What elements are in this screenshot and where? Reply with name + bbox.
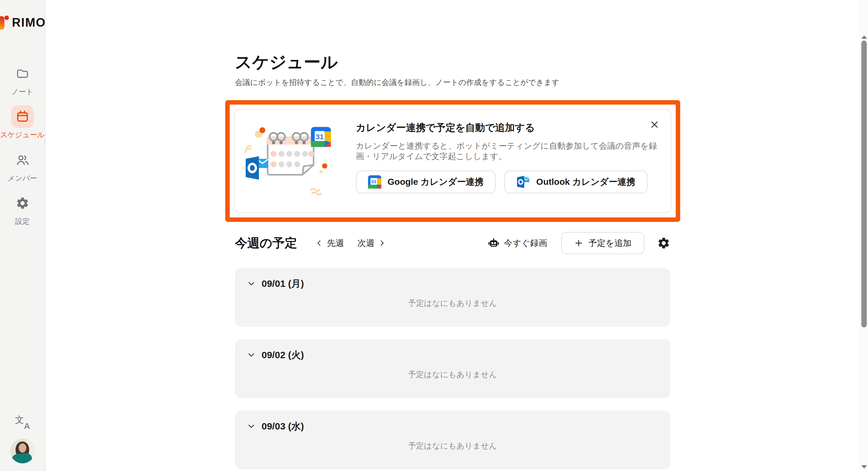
google-connect-label: Google カレンダー連携: [388, 176, 484, 188]
day-date: 09/01 (月): [262, 277, 304, 290]
chevron-down-icon: [247, 350, 256, 360]
add-event-button[interactable]: 予定を追加: [561, 232, 644, 254]
calendar-promo-card: 31: [234, 109, 671, 213]
language-zh-glyph: 文: [15, 414, 24, 426]
avatar[interactable]: [10, 439, 35, 463]
next-week-button[interactable]: 次週: [357, 237, 386, 249]
sidebar-item-label: スケジュール: [0, 131, 45, 139]
app-root: RIMO ノート スケジュール: [0, 0, 868, 471]
add-event-label: 予定を追加: [589, 237, 632, 249]
calendar-icon: [11, 105, 34, 128]
gear-icon: [657, 236, 670, 250]
folder-icon: [11, 62, 34, 85]
google-calendar-icon: 31: [368, 175, 381, 189]
calendar-illustration: 31: [243, 122, 339, 200]
day-header[interactable]: 09/03 (水): [247, 420, 659, 433]
chevron-left-icon: [315, 239, 323, 247]
gear-icon: [11, 192, 34, 214]
logo-dot-shape: [4, 15, 9, 20]
prev-week-button[interactable]: 先週: [315, 237, 344, 249]
outlook-connect-label: Outlook カレンダー連携: [536, 176, 635, 188]
rimo-logo[interactable]: RIMO: [0, 15, 46, 30]
sidebar-item-label: 設定: [15, 217, 30, 225]
sidebar-nav: ノート スケジュール: [0, 62, 45, 226]
content-column: スケジュール 会議にボットを招待することで、自動的に会議を録画し、ノートの作成を…: [235, 0, 670, 469]
day-date: 09/02 (火): [262, 349, 304, 362]
google-calendar-illustration-icon: 31: [311, 127, 331, 147]
schedule-settings-button[interactable]: [657, 236, 670, 250]
promo-close-button[interactable]: [647, 116, 662, 133]
language-icon[interactable]: 文 A: [14, 415, 30, 430]
day-empty-text: 予定はなにもありません: [247, 298, 659, 308]
google-calendar-connect-button[interactable]: 31 Google カレンダー連携: [356, 171, 496, 193]
scroll-down-arrow-icon[interactable]: [861, 465, 867, 468]
avatar-body: [11, 452, 33, 463]
logo-pill-shape: [0, 16, 4, 30]
sidebar-item-label: ノート: [11, 88, 33, 96]
plus-icon: [574, 238, 583, 248]
chevron-right-icon: [377, 239, 386, 247]
day-header[interactable]: 09/01 (月): [247, 277, 659, 290]
record-now-label: 今すぐ録画: [504, 237, 547, 249]
scrollbar[interactable]: [860, 0, 868, 471]
sidebar-bottom: 文 A: [10, 415, 35, 471]
outlook-calendar-connect-button[interactable]: Outlook カレンダー連携: [504, 171, 647, 193]
avatar-face: [19, 443, 26, 452]
promo-buttons: 31 Google カレンダー連携: [356, 171, 658, 193]
promo-text-block: カレンダー連携で予定を自動で追加する カレンダーと連携すると、ボットがミーティン…: [356, 121, 658, 194]
week-heading: 今週の予定: [235, 235, 297, 252]
day-header[interactable]: 09/02 (火): [247, 349, 659, 362]
sidebar-item-schedule[interactable]: スケジュール: [0, 105, 45, 139]
day-card: 09/03 (水) 予定はなにもありません: [235, 410, 670, 469]
page-title: スケジュール: [235, 52, 670, 72]
day-card: 09/02 (火) 予定はなにもありません: [235, 339, 670, 398]
language-a-glyph: A: [24, 421, 30, 431]
robot-icon: [488, 238, 499, 248]
scroll-up-arrow-icon[interactable]: [861, 35, 867, 39]
outlook-illustration-icon: [246, 156, 268, 180]
svg-text:31: 31: [371, 179, 377, 184]
close-icon: [649, 119, 660, 130]
sidebar-item-members[interactable]: メンバー: [0, 149, 45, 182]
promo-title: カレンダー連携で予定を自動で追加する: [356, 121, 658, 134]
calendar-promo-highlight: 31: [225, 100, 680, 222]
sidebar-item-notes[interactable]: ノート: [0, 62, 45, 96]
members-icon: [11, 149, 34, 171]
prev-week-label: 先週: [327, 237, 344, 249]
scrollbar-thumb[interactable]: [861, 41, 867, 328]
sidebar-item-label: メンバー: [8, 174, 37, 182]
chevron-down-icon: [247, 422, 256, 431]
promo-description: カレンダーと連携すると、ボットがミーティングに自動参加して会議の音声を録画・リア…: [356, 141, 658, 162]
outlook-icon: [517, 175, 530, 189]
sidebar-item-settings[interactable]: 設定: [0, 192, 45, 225]
week-bar: 今週の予定 先週 次週: [235, 232, 670, 254]
page-subtitle: 会議にボットを招待することで、自動的に会議を録画し、ノートの作成をすることができ…: [235, 77, 670, 87]
rimo-logo-icon: [0, 15, 9, 30]
main-area: スケジュール 会議にボットを招待することで、自動的に会議を録画し、ノートの作成を…: [45, 0, 868, 471]
day-card: 09/01 (月) 予定はなにもありません: [235, 268, 670, 327]
day-empty-text: 予定はなにもありません: [247, 441, 659, 451]
svg-text:31: 31: [316, 133, 323, 140]
day-empty-text: 予定はなにもありません: [247, 369, 659, 380]
sidebar: RIMO ノート スケジュール: [0, 0, 45, 471]
rimo-logo-text: RIMO: [12, 16, 46, 30]
chevron-down-icon: [247, 279, 256, 289]
day-date: 09/03 (水): [262, 420, 304, 433]
record-now-button[interactable]: 今すぐ録画: [488, 237, 547, 249]
next-week-label: 次週: [357, 237, 374, 249]
